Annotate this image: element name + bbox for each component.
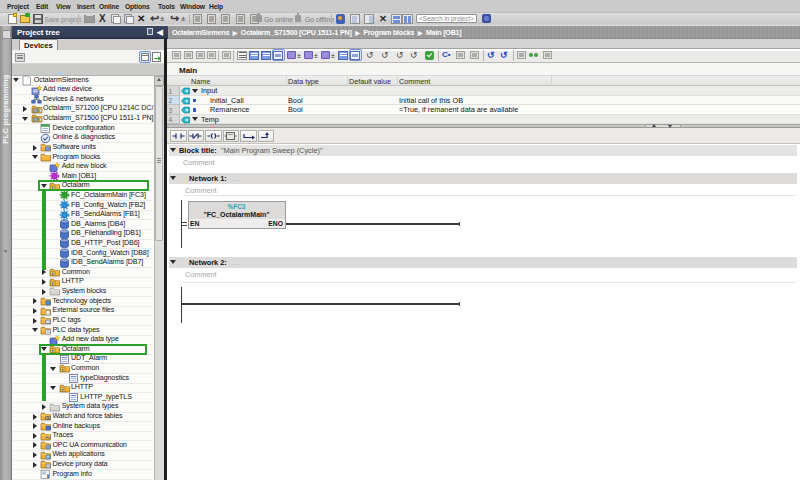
svg-text:i: i bbox=[47, 472, 49, 480]
